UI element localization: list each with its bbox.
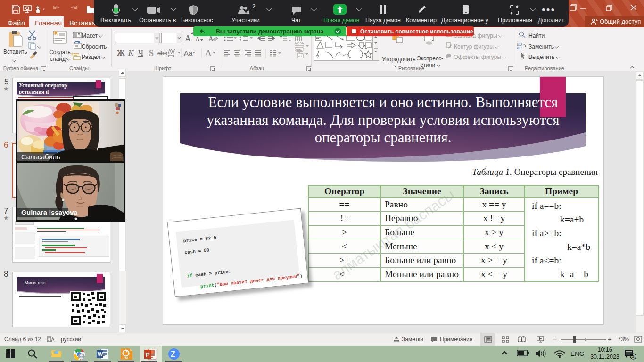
svg-text:abc: abc (157, 49, 167, 57)
svg-text:S: S (149, 49, 154, 58)
svg-text:Aa: Aa (184, 49, 193, 57)
svg-text:4: 4 (632, 354, 635, 359)
svg-text:Ж: Ж (117, 49, 125, 58)
svg-text:А: А (185, 34, 191, 43)
svg-text:W: W (98, 351, 103, 358)
svg-text:Z: Z (171, 350, 175, 358)
svg-text:К: К (128, 49, 134, 58)
svg-text:AV: AV (168, 49, 175, 55)
svg-text:ac: ac (517, 45, 522, 50)
svg-text:А: А (195, 36, 200, 43)
svg-text:2: 2 (239, 39, 241, 42)
svg-text:P: P (146, 351, 150, 358)
svg-text:А: А (205, 48, 212, 58)
svg-text:PDF: PDF (124, 356, 129, 359)
svg-text:Gulnara Issayeva: Gulnara Issayeva (21, 209, 78, 216)
svg-text:Ч: Ч (138, 49, 143, 58)
svg-text:Сальсабиль: Сальсабиль (21, 153, 60, 161)
